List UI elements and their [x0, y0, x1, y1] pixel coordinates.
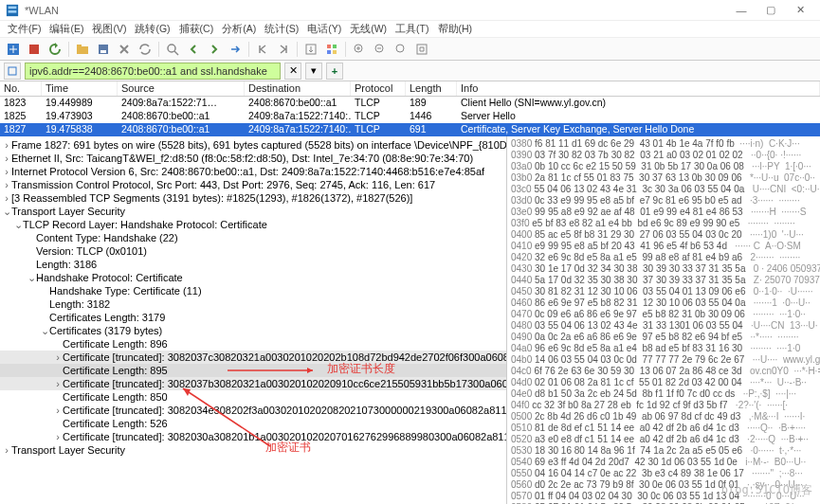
hex-row[interactable]: 0410 e9 99 95 e8 a5 bf 20 43 41 96 e5 4f… [511, 241, 816, 252]
tree-node[interactable]: Certificate Length: 896 [0, 337, 506, 351]
hex-row[interactable]: 04b0 14 06 03 55 04 03 0c 0d 77 77 77 2e… [511, 354, 816, 366]
twisty-icon[interactable]: › [53, 351, 63, 364]
colorize-icon[interactable] [322, 40, 341, 59]
close-button[interactable]: ✕ [786, 1, 814, 20]
zoomin-icon[interactable] [350, 40, 369, 59]
display-filter-input[interactable] [25, 63, 281, 80]
tree-node[interactable]: ›Certificate [truncated]: 3082037c308203… [0, 351, 506, 364]
hex-row[interactable]: 04e0 d8 b1 50 3a 2c eb 24 5d 8b f1 1f f0… [511, 388, 816, 400]
col-dest[interactable]: Destination [245, 81, 351, 96]
save-icon[interactable] [94, 40, 113, 59]
filter-clear-icon[interactable]: ✕ [284, 63, 301, 80]
twisty-icon[interactable]: › [2, 165, 11, 178]
twisty-icon[interactable]: › [2, 138, 11, 152]
autoscroll-icon[interactable] [301, 40, 320, 59]
menu-view[interactable]: 视图(V) [88, 23, 130, 36]
menu-tools[interactable]: 工具(T) [392, 23, 432, 36]
menu-edit[interactable]: 编辑(E) [46, 23, 87, 36]
hex-row[interactable]: 0380 f6 81 11 d1 69 dc 6e 29 43 01 4b 1e… [511, 138, 816, 150]
tree-node[interactable]: Handshake Type: Certificate (11) [0, 284, 506, 297]
tree-node[interactable]: Content Type: Handshake (22) [0, 231, 506, 244]
hex-row[interactable]: 0470 0c 09 e6 a6 86 e6 9e 97 e5 b8 82 31… [511, 309, 816, 320]
hex-row[interactable]: 0400 85 ac e5 8f b8 31 29 30 27 06 03 55… [511, 229, 816, 241]
twisty-icon[interactable]: ⌄ [27, 271, 36, 284]
tree-node[interactable]: Certificate Length: 895 [0, 364, 506, 377]
twisty-icon[interactable]: › [53, 404, 63, 417]
tree-node[interactable]: ›Internet Protocol Version 6, Src: 2408:… [0, 165, 506, 178]
maximize-button[interactable]: ▢ [756, 1, 785, 20]
tree-node[interactable]: ›[3 Reassembled TCP Segments (3191 bytes… [0, 191, 506, 205]
menu-wireless[interactable]: 无线(W) [346, 23, 391, 36]
packet-details-pane[interactable]: ›Frame 1827: 691 bytes on wire (5528 bit… [0, 136, 507, 504]
tree-node[interactable]: ›Ethernet II, Src: TaicangT&WEl_f2:d8:50… [0, 152, 506, 165]
hex-row[interactable]: 04f0 cc 32 3f b0 8a 27 28 eb fc 1d 92 cf… [511, 400, 816, 411]
twisty-icon[interactable]: › [2, 443, 11, 457]
twisty-icon[interactable]: ⌄ [13, 218, 23, 231]
hex-row[interactable]: 03a0 0b 10 cc 6c e2 15 50 59 31 0b 5b 17… [511, 161, 816, 172]
tree-node[interactable]: Length: 3186 [0, 258, 506, 271]
close-file-icon[interactable] [115, 40, 134, 59]
tree-node[interactable]: ⌄Transport Layer Security [0, 205, 506, 218]
col-info[interactable]: Info [457, 81, 820, 96]
tree-node[interactable]: Version: TLCP (0x0101) [0, 244, 506, 258]
hex-row[interactable]: 03c0 55 04 06 13 02 43 4e 31 3c 30 3a 06… [511, 184, 816, 195]
tree-node[interactable]: ›Transport Layer Security [0, 443, 506, 457]
tree-node[interactable]: ›Certificate [truncated]: 3082037b308203… [0, 377, 506, 390]
hex-row[interactable]: 03d0 0c 33 e9 99 95 e8 a5 bf e7 9c 81 e6… [511, 195, 816, 207]
hex-row[interactable]: 0440 5a 17 0d 32 35 30 38 30 37 30 39 33… [511, 275, 816, 286]
twisty-icon[interactable]: › [2, 178, 11, 191]
hex-row[interactable]: 0490 0a 0c 2a e6 a6 86 e6 9e 97 e5 b8 82… [511, 332, 816, 343]
tree-node[interactable]: ⌄Certificates (3179 bytes) [0, 324, 506, 337]
twisty-icon[interactable]: ⌄ [40, 324, 49, 337]
zoomout-icon[interactable] [371, 40, 390, 59]
tree-node[interactable]: ⌄TLCP Record Layer: Handshake Protocol: … [0, 218, 506, 231]
hex-row[interactable]: 0390 03 7f 30 82 03 7b 30 82 03 21 a0 03… [511, 150, 816, 161]
hex-row[interactable]: 04a0 96 e6 9c 8d e5 8a a1 e4 b8 ad e5 bf… [511, 343, 816, 354]
tree-node[interactable]: Certificates Length: 3179 [0, 311, 506, 324]
hex-row[interactable]: 0480 03 55 04 06 13 02 43 4e 31 33 1301 … [511, 320, 816, 332]
col-proto[interactable]: Protocol [351, 81, 406, 96]
hex-row[interactable]: 0450 30 81 82 31 12 30 10 06 03 55 04 01… [511, 286, 816, 297]
hex-row[interactable]: 04c0 6f 76 2e 63 6e 30 59 30 13 06 07 2a… [511, 366, 816, 377]
tree-node[interactable]: ›Frame 1827: 691 bytes on wire (5528 bit… [0, 138, 506, 152]
goto-icon[interactable] [226, 40, 245, 59]
hex-row[interactable]: 03b0 2a 81 1c cf 55 01 83 75 30 37 63 13… [511, 172, 816, 184]
twisty-icon[interactable]: › [53, 377, 63, 390]
find-icon[interactable] [163, 40, 182, 59]
reload-icon[interactable] [136, 40, 155, 59]
packet-list[interactable]: 182319.4499892409:8a7a:1522:71…2408:8670… [0, 97, 820, 136]
hex-row[interactable]: 0550 04 16 04 14 c7 0e ac 22 3b e3 c4 89… [511, 468, 816, 479]
menu-telephony[interactable]: 电话(Y) [303, 23, 345, 36]
tree-node[interactable]: Certificate Length: 526 [0, 417, 506, 430]
packet-row[interactable]: 182719.4758382408:8670:be00::a12409:8a7a… [0, 123, 820, 136]
hex-row[interactable]: 0500 2c 8b 4d 26 d6 c0 1b 49 ab 06 97 8d… [511, 411, 816, 423]
twisty-icon[interactable]: › [53, 430, 63, 443]
hex-row[interactable]: 03f0 e5 bf 83 e8 82 a1 e4 bb bd e6 9c 89… [511, 218, 816, 229]
col-len[interactable]: Length [406, 81, 457, 96]
tree-node[interactable]: ›Certificate [truncated]: 3082034e308202… [0, 404, 506, 417]
minimize-button[interactable]: — [727, 1, 756, 20]
packet-row[interactable]: 182519.4739032408:8670:be00::a12409:8a7a… [0, 110, 820, 123]
menu-analyze[interactable]: 分析(A) [218, 23, 260, 36]
tree-node[interactable]: ›Certificate [truncated]: 3082030a308201… [0, 430, 506, 443]
start-capture-icon[interactable] [4, 40, 23, 59]
filter-add-button[interactable]: + [326, 63, 343, 80]
menu-capture[interactable]: 捕获(C) [175, 23, 218, 36]
col-time[interactable]: Time [42, 81, 118, 96]
packet-row[interactable]: 182319.4499892409:8a7a:1522:71…2408:8670… [0, 97, 820, 110]
hex-row[interactable]: 0540 69 e3 ff 4d 04 2d 20d7 42 30 1d 06 … [511, 457, 816, 468]
col-no[interactable]: No. [0, 81, 42, 96]
hex-dump-pane[interactable]: 0380 f6 81 11 d1 69 dc 6e 29 43 01 4b 1e… [507, 136, 820, 504]
tree-node[interactable]: Length: 3182 [0, 297, 506, 311]
menu-file[interactable]: 文件(F) [4, 23, 45, 36]
next-icon[interactable] [205, 40, 224, 59]
tree-node[interactable]: ›Transmission Control Protocol, Src Port… [0, 178, 506, 191]
hex-row[interactable]: 04d0 02 01 06 08 2a 81 1c cf 55 01 82 2d… [511, 377, 816, 388]
menu-stats[interactable]: 统计(S) [261, 23, 302, 36]
resize-icon[interactable] [412, 40, 431, 59]
hex-row[interactable]: 0520 a3 e0 e8 df c1 51 14 ee a0 42 df 2b… [511, 434, 816, 445]
restart-capture-icon[interactable] [46, 40, 64, 59]
zoom11-icon[interactable] [392, 40, 410, 59]
tree-node[interactable]: Certificate Length: 850 [0, 390, 506, 404]
first-icon[interactable] [253, 40, 272, 59]
